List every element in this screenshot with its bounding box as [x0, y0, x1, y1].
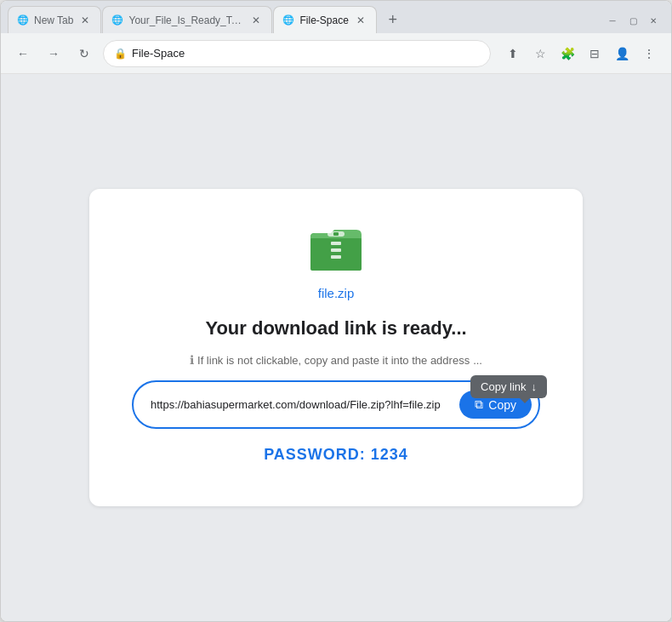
copy-link-tooltip[interactable]: Copy link ↓ [470, 375, 547, 398]
tab-favicon-1: 🌐 [17, 14, 29, 26]
lock-icon: 🔒 [114, 48, 127, 60]
address-bar: ← → ↻ 🔒 File-Space ⬆ ☆ 🧩 ⊟ 👤 ⋮ [1, 33, 671, 74]
svg-rect-2 [331, 242, 341, 245]
svg-rect-4 [331, 255, 341, 259]
copy-button-label: Copy [488, 398, 516, 412]
file-zip-icon [309, 223, 363, 272]
tab-close-2[interactable]: ✕ [249, 14, 263, 27]
tab-favicon-3: 🌐 [282, 14, 294, 26]
svg-rect-6 [333, 232, 339, 236]
tab-favicon-2: 🌐 [111, 14, 123, 26]
window-controls: ─ ▢ ✕ [605, 13, 664, 28]
title-bar: 🌐 New Tab ✕ 🌐 Your_File_Is_Ready_To_Down… [1, 1, 671, 33]
restore-button[interactable]: ▢ [625, 13, 641, 28]
bookmark-icon[interactable]: ☆ [528, 42, 552, 66]
tab-file-ready[interactable]: 🌐 Your_File_Is_Ready_To_Down... ✕ [102, 6, 272, 33]
refresh-button[interactable]: ↻ [72, 42, 96, 66]
file-name: file.zip [132, 286, 540, 300]
new-tab-button[interactable]: + [381, 8, 405, 31]
tab-close-1[interactable]: ✕ [78, 14, 92, 27]
copy-link-tooltip-label: Copy link [481, 380, 526, 393]
tab-strip: 🌐 New Tab ✕ 🌐 Your_File_Is_Ready_To_Down… [8, 6, 605, 33]
main-card: file.zip Your download link is ready... … [89, 189, 583, 506]
toolbar-icons: ⬆ ☆ 🧩 ⊟ 👤 ⋮ [501, 42, 661, 66]
page-content: 🔍 IT [1, 74, 671, 621]
tab-file-space[interactable]: 🌐 File-Space ✕ [273, 6, 376, 33]
hint-suffix: ... [473, 354, 482, 367]
share-icon[interactable]: ⬆ [501, 42, 525, 66]
extension-icon[interactable]: 🧩 [555, 42, 579, 66]
hint-text: ℹ If link is not clickable, copy and pas… [132, 353, 540, 367]
browser-window: 🌐 New Tab ✕ 🌐 Your_File_Is_Ready_To_Down… [0, 0, 672, 622]
tab-new-tab[interactable]: 🌐 New Tab ✕ [8, 6, 101, 33]
tab-label-1: New Tab [34, 14, 73, 26]
close-button[interactable]: ✕ [646, 13, 661, 28]
address-input[interactable]: 🔒 File-Space [103, 40, 491, 67]
copy-link-down-icon: ↓ [532, 380, 538, 393]
tab-label-2: Your_File_Is_Ready_To_Down... [128, 14, 244, 26]
url-row: Copy link ↓ https://bahiasupermarket.com… [132, 380, 540, 429]
copy-icon: ⧉ [475, 397, 483, 412]
minimize-button[interactable]: ─ [605, 13, 620, 28]
ready-title: Your download link is ready... [132, 317, 540, 340]
file-icon-container [132, 223, 540, 276]
profile-icon[interactable]: 👤 [610, 42, 634, 66]
hint-label: If link is not clickable, copy and paste… [197, 354, 470, 367]
info-icon: ℹ [190, 353, 194, 367]
tab-label-3: File-Space [299, 14, 348, 26]
password-text: PASSWORD: 1234 [132, 446, 540, 464]
split-view-icon[interactable]: ⊟ [583, 42, 607, 66]
svg-rect-3 [331, 248, 341, 252]
menu-icon[interactable]: ⋮ [637, 42, 661, 66]
tab-close-3[interactable]: ✕ [354, 14, 367, 27]
forward-button[interactable]: → [42, 42, 65, 66]
address-text: File-Space [132, 47, 480, 60]
back-button[interactable]: ← [11, 42, 35, 66]
url-text: https://bahiasupermarket.com/download/Fi… [151, 398, 459, 411]
